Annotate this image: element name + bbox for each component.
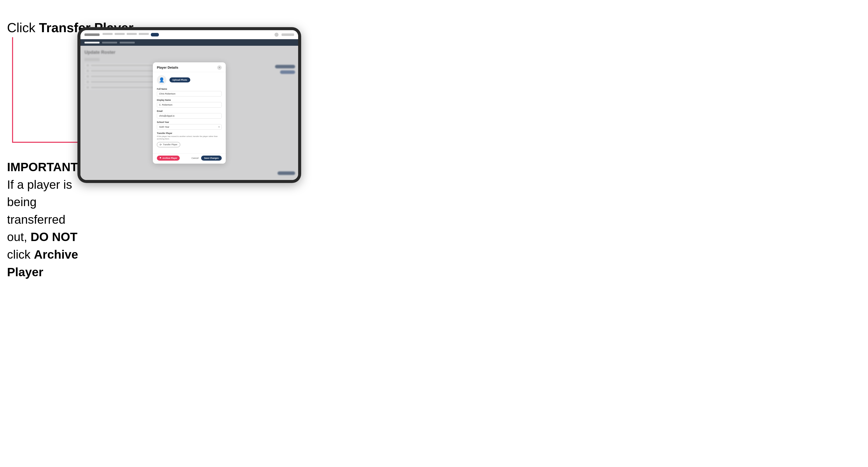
nav-item-tournaments xyxy=(102,33,113,35)
nav-item-seasons xyxy=(127,33,137,35)
tablet-screen: Update Roster Player Details xyxy=(81,30,298,180)
instruction-do-not: DO NOT xyxy=(30,230,78,244)
instruction-prefix: Click xyxy=(7,20,39,35)
display-name-label: Display Name xyxy=(157,99,222,101)
transfer-player-section: Transfer Player If this player has moved… xyxy=(157,132,222,147)
archive-icon: ⚑ xyxy=(159,157,161,159)
app-logo xyxy=(85,33,99,36)
upload-photo-button[interactable]: Upload Photo xyxy=(169,77,190,83)
transfer-btn-label: Transfer Player xyxy=(163,143,178,146)
topbar-nav xyxy=(102,33,159,36)
instruction-important: IMPORTANT xyxy=(7,160,78,174)
instruction-bottom: IMPORTANT: If a player is being transfer… xyxy=(7,158,83,281)
subnav-item-3 xyxy=(120,42,135,43)
modal-body: 👤 Upload Photo Full Name Display Name xyxy=(153,72,226,153)
app-main: Update Roster Player Details xyxy=(81,46,298,180)
photo-placeholder: 👤 xyxy=(157,75,166,85)
transfer-section-description: If this player has moved to another scho… xyxy=(157,135,222,141)
subnav-item-2 xyxy=(102,42,117,43)
modal-close-button[interactable]: × xyxy=(217,65,222,70)
full-name-field-group: Full Name xyxy=(157,88,222,96)
modal-title: Player Details xyxy=(157,66,178,69)
email-input[interactable] xyxy=(157,113,222,119)
archive-btn-label: Archive Player xyxy=(162,157,177,159)
app-topbar xyxy=(81,30,298,39)
school-year-select[interactable]: First Year Second Year Third Year Fourth… xyxy=(157,124,222,130)
instruction-rest2: click xyxy=(7,248,34,261)
full-name-label: Full Name xyxy=(157,88,222,90)
transfer-player-button[interactable]: ⟳ Transfer Player xyxy=(157,142,180,147)
transfer-icon: ⟳ xyxy=(160,143,162,146)
email-label: Email xyxy=(157,110,222,112)
school-year-label: School Year xyxy=(157,121,222,123)
nav-item-addons xyxy=(139,33,149,35)
nav-item-team xyxy=(115,33,125,35)
full-name-input[interactable] xyxy=(157,91,222,96)
transfer-section-title: Transfer Player xyxy=(157,132,222,134)
app-subnav xyxy=(81,39,298,46)
footer-right-actions: Cancel Save Changes xyxy=(191,156,222,161)
user-icon: 👤 xyxy=(159,77,164,83)
save-changes-button[interactable]: Save Changes xyxy=(201,156,222,161)
player-details-modal: Player Details × 👤 Upload Photo xyxy=(153,62,226,164)
photo-upload-row: 👤 Upload Photo xyxy=(157,75,222,85)
school-year-field-group: School Year First Year Second Year Third… xyxy=(157,121,222,130)
arrow-vertical xyxy=(12,37,13,143)
display-name-input[interactable] xyxy=(157,102,222,107)
modal-overlay: Player Details × 👤 Upload Photo xyxy=(81,46,298,180)
modal-header: Player Details × xyxy=(153,62,226,72)
topbar-action-btn xyxy=(282,33,294,36)
subnav-item-1 xyxy=(85,42,99,43)
modal-footer: ⚑ Archive Player Cancel Save Changes xyxy=(153,153,226,164)
nav-item-roster-active xyxy=(151,33,159,36)
tablet-device: Update Roster Player Details xyxy=(78,27,301,183)
archive-player-button[interactable]: ⚑ Archive Player xyxy=(157,156,180,161)
topbar-user-avatar xyxy=(275,33,279,37)
school-year-select-wrapper: First Year Second Year Third Year Fourth… xyxy=(157,124,222,130)
cancel-button[interactable]: Cancel xyxy=(191,157,198,159)
email-field-group: Email xyxy=(157,110,222,119)
display-name-field-group: Display Name xyxy=(157,99,222,107)
